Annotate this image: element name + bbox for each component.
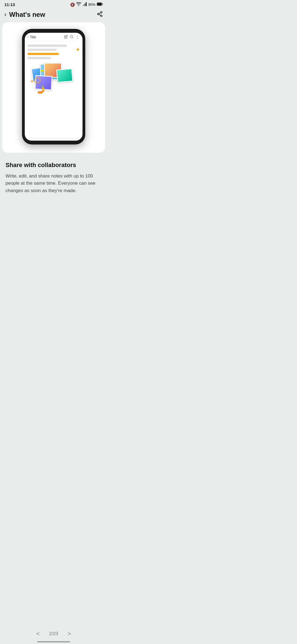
phone-action-icons: ⋮ (64, 35, 80, 39)
phone-content-area: ✦ (25, 41, 82, 91)
phone-ui-header: ‹ Title ⋮ (25, 33, 82, 41)
svg-rect-1 (84, 4, 84, 6)
svg-rect-0 (82, 5, 83, 6)
star-decoration-top: ✦ (75, 46, 80, 53)
svg-rect-3 (86, 2, 87, 6)
star-decoration-bottom: ✦ (30, 78, 34, 84)
status-time: 11:13 (4, 2, 15, 7)
status-bar: 11:13 🔇 95% (0, 0, 107, 8)
status-icons: 🔇 95% (70, 2, 103, 7)
text-line-3 (28, 57, 51, 59)
top-bar: ‹ What's new (0, 8, 107, 22)
svg-line-13 (72, 37, 73, 38)
svg-line-11 (99, 12, 101, 13)
phone-back-icon: ‹ (28, 36, 29, 39)
svg-rect-5 (97, 3, 102, 6)
content-section: Share with collaborators Write, edit, an… (0, 156, 107, 211)
mute-icon: 🔇 (70, 2, 75, 7)
battery-text: 95% (88, 2, 95, 7)
phone-back-area: ‹ Title (28, 35, 36, 39)
svg-line-10 (99, 14, 101, 15)
battery-icon (97, 2, 103, 7)
hand-emoji: 🤳 (35, 84, 46, 95)
signal-icon (82, 2, 87, 7)
hero-card: ‹ Title ⋮ (2, 22, 105, 153)
text-line-2 (28, 49, 56, 51)
svg-point-12 (70, 36, 73, 38)
phone-bottom-bar (28, 138, 80, 138)
wifi-icon (76, 2, 81, 7)
photo-item-3 (56, 68, 73, 83)
phone-screen: ‹ Title ⋮ (25, 33, 82, 141)
feature-title: Share with collaborators (6, 162, 102, 169)
phone-search-icon (70, 35, 73, 39)
text-line-highlight (28, 53, 59, 55)
page-title: What's new (9, 11, 45, 18)
svg-rect-6 (102, 4, 103, 5)
feature-description: Write, edit, and share notes with up to … (6, 173, 102, 194)
photo-collage-wrapper: ✦ 🤳 (28, 61, 80, 89)
svg-rect-2 (85, 3, 86, 6)
text-line-1 (28, 45, 67, 47)
back-button[interactable]: ‹ (4, 12, 6, 18)
photo-collage: ✦ (28, 60, 74, 90)
phone-mockup: ‹ Title ⋮ (22, 29, 85, 144)
share-button[interactable] (97, 11, 103, 18)
phone-more-icon: ⋮ (76, 35, 80, 39)
phone-title: Title (30, 35, 36, 39)
phone-edit-icon (64, 35, 68, 39)
top-bar-left: ‹ What's new (4, 11, 45, 18)
